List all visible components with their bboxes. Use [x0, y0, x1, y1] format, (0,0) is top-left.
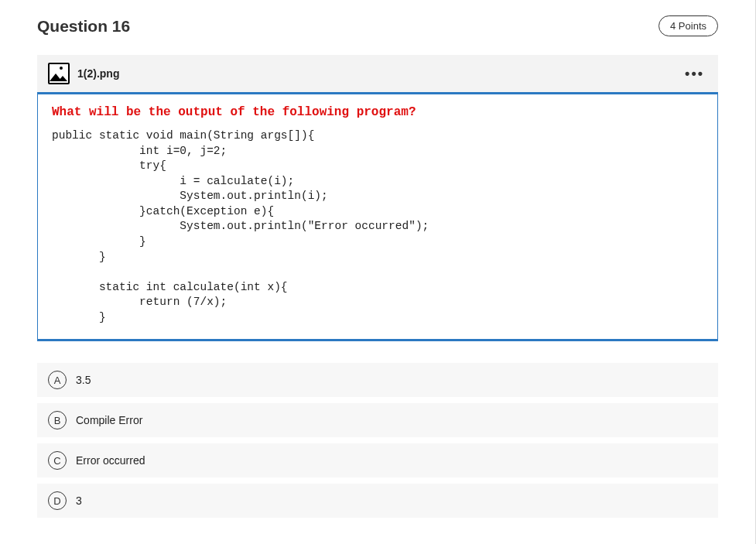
option-text: Compile Error [76, 414, 142, 426]
question-title: Question 16 [37, 17, 130, 36]
answer-option-d[interactable]: D 3 [37, 484, 718, 518]
option-bubble: B [48, 411, 67, 429]
section-divider [37, 340, 718, 341]
option-text: 3 [76, 494, 82, 507]
option-bubble: A [48, 371, 67, 389]
answer-option-b[interactable]: B Compile Error [37, 403, 718, 437]
question-header: Question 16 4 Points [37, 15, 718, 36]
option-bubble: C [48, 451, 67, 470]
answer-option-c[interactable]: C Error occurred [37, 443, 718, 477]
answer-option-a[interactable]: A 3.5 [37, 363, 718, 397]
option-text: 3.5 [76, 374, 91, 386]
question-prompt: What will be the output of the following… [52, 105, 703, 119]
points-badge: 4 Points [659, 15, 718, 36]
option-text: Error occurred [76, 454, 145, 467]
question-body: What will be the output of the following… [37, 94, 718, 340]
more-options-icon[interactable]: ••• [682, 66, 707, 82]
attachment-bar: 1(2).png ••• [37, 55, 718, 94]
image-icon [48, 63, 70, 84]
attachment-left: 1(2).png [48, 63, 119, 84]
question-page: Question 16 4 Points 1(2).png ••• What w… [0, 0, 756, 544]
answer-options: A 3.5 B Compile Error C Error occurred D… [37, 363, 718, 518]
attachment-filename: 1(2).png [77, 67, 119, 80]
code-block: public static void main(String args[]){ … [52, 128, 703, 325]
option-bubble: D [48, 491, 67, 510]
